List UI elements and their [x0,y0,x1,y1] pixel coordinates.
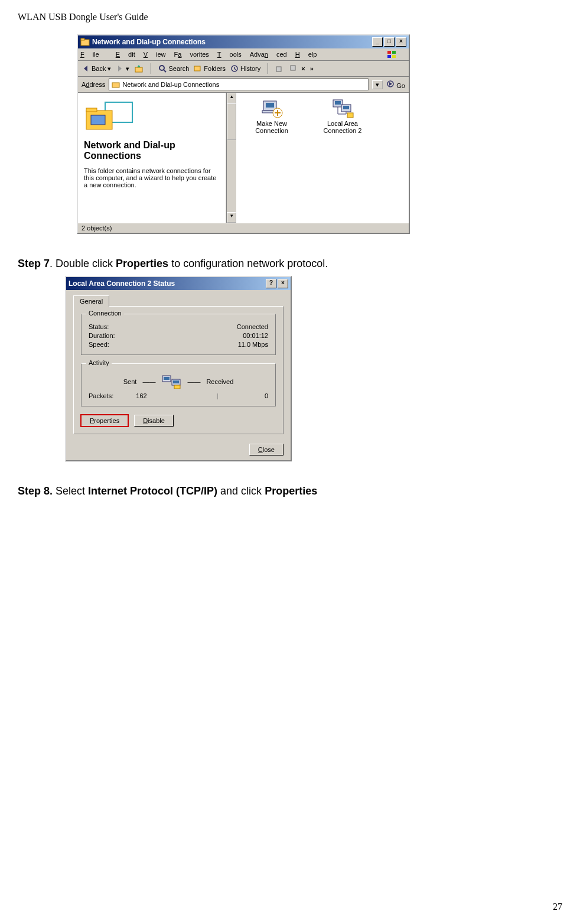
close-button[interactable]: × [396,37,406,47]
toolbar: Back ▾ ▾ Search Folders History × » [78,61,409,77]
delete-button[interactable]: × [301,65,305,72]
close-button[interactable]: × [278,279,288,288]
svg-rect-14 [276,67,281,71]
received-label: Received [206,378,233,385]
svg-rect-24 [266,103,274,108]
search-button[interactable]: Search [158,64,189,73]
svg-rect-15 [291,66,295,70]
svg-rect-5 [392,55,396,58]
tab-general[interactable]: General [73,295,109,307]
move-to-button[interactable] [275,64,284,73]
svg-point-10 [159,66,164,70]
big-folder-icon [85,100,138,134]
menu-advanced[interactable]: Advanced [250,51,287,58]
sent-label: Sent [123,378,137,385]
svg-marker-7 [118,66,122,71]
dialog-title: Local Area Connection 2 Status [69,279,265,288]
menu-view[interactable]: View [144,51,166,58]
forward-arrow-icon [116,64,124,73]
folder-icon [112,80,120,89]
folders-button[interactable]: Folders [194,64,226,73]
local-area-connection-item[interactable]: Local Area Connection 2 [319,99,366,134]
up-button[interactable] [134,64,144,73]
step8-text: Step 8. Select Internet Protocol (TCP/IP… [18,485,562,497]
svg-rect-2 [387,51,391,54]
duration-label: Duration: [89,332,115,339]
content-pane: Make New Connection Local Area Connectio… [236,93,409,223]
speed-value: 11.0 Mbps [238,341,268,348]
page-number: 27 [553,902,562,912]
moveto-icon [275,64,284,73]
dialog-titlebar: Local Area Connection 2 Status ? × [66,277,291,290]
svg-rect-8 [135,67,142,72]
statusbar: 2 object(s) [78,223,409,233]
forward-button[interactable]: ▾ [116,64,129,73]
maximize-button[interactable]: □ [384,37,395,47]
activity-legend: Activity [86,359,112,366]
packets-recv-value: 0 [265,392,268,399]
windows-flag-icon [386,50,398,59]
menu-help[interactable]: Help [295,51,317,58]
history-icon [230,64,239,73]
addressbar: Address Network and Dial-up Connections … [78,77,409,93]
go-button[interactable]: Go [386,80,405,89]
status-dialog: Local Area Connection 2 Status ? × Gener… [65,276,292,461]
status-label: Status: [89,323,109,330]
make-new-connection-item[interactable]: Make New Connection [248,99,295,134]
lan-connection-icon [331,99,354,119]
toolbar-more-icon[interactable]: » [310,65,314,72]
folder-up-icon [134,64,144,73]
copy-to-button[interactable] [288,64,296,73]
address-dropdown-button[interactable]: ▾ [372,80,383,89]
titlebar: Network and Dial-up Connections _ □ × [78,35,409,48]
scroll-thumb[interactable] [227,103,236,140]
menu-favorites[interactable]: Favorites [174,51,209,58]
folder-icon [80,37,90,47]
copyto-icon [288,64,296,73]
svg-rect-41 [174,385,180,389]
status-value: Connected [237,323,268,330]
step7-text: Step 7. Double click Properties to confi… [18,258,562,270]
go-icon [386,80,395,88]
activity-computers-icon [161,375,181,389]
svg-rect-4 [387,55,391,58]
address-field[interactable]: Network and Dial-up Connections [109,79,369,90]
svg-rect-30 [335,101,341,105]
svg-rect-1 [81,38,84,40]
menu-file[interactable]: File [80,51,107,58]
svg-rect-22 [91,115,105,125]
svg-rect-16 [112,83,119,87]
history-button[interactable]: History [230,64,260,73]
pane-title: Network and Dial-up Connections [84,140,220,161]
scroll-up-button[interactable]: ▴ [227,93,236,103]
svg-rect-36 [347,113,353,118]
back-arrow-icon [82,64,90,73]
doc-header: WLAN USB Dongle User's Guide [18,12,562,22]
properties-button[interactable]: Properties [81,415,128,427]
menu-tools[interactable]: Tools [217,51,242,58]
speed-label: Speed: [89,341,109,348]
connection-group: Connection Status:Connected Duration:00:… [81,314,276,355]
svg-rect-40 [173,380,179,383]
left-scrollbar[interactable]: ▴ ▾ [226,93,236,223]
packets-label: Packets: [89,392,113,399]
help-button[interactable]: ? [266,279,276,288]
close-button[interactable]: Close [249,444,284,456]
duration-value: 00:01:12 [243,332,268,339]
svg-rect-21 [86,108,97,112]
window-title: Network and Dial-up Connections [92,38,371,46]
svg-marker-18 [389,82,392,86]
scroll-down-button[interactable]: ▾ [227,212,236,223]
svg-marker-6 [84,66,87,71]
activity-group: Activity Sent —— —— Received Packets: 16… [81,363,276,406]
back-button[interactable]: Back ▾ [82,64,111,73]
address-label: Address [82,81,105,88]
svg-rect-32 [343,106,349,109]
pane-description: This folder contains network connections… [84,167,220,188]
svg-rect-3 [392,51,396,54]
svg-marker-9 [137,65,141,67]
menu-edit[interactable]: Edit [116,51,135,58]
disable-button[interactable]: Disable [134,415,174,427]
menubar: File Edit View Favorites Tools Advanced … [78,48,409,61]
minimize-button[interactable]: _ [372,37,383,47]
